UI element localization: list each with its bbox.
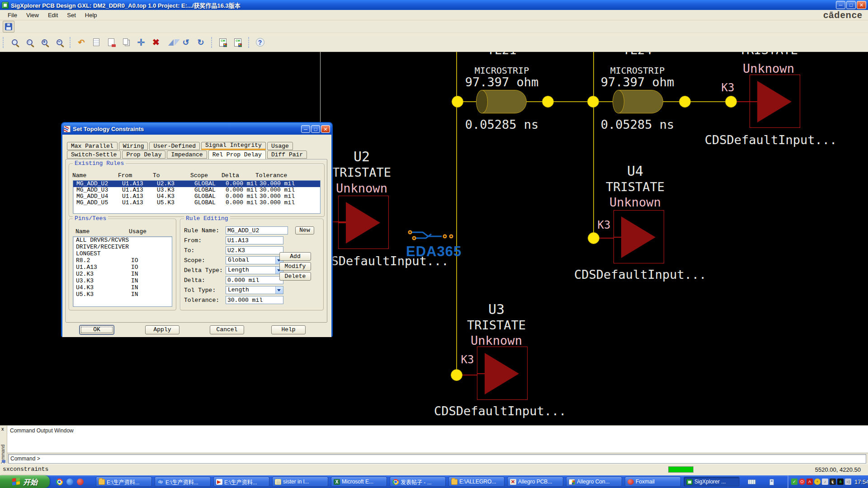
taskbar-item-allegro-con[interactable]: Allegro Con... (566, 477, 622, 487)
undo-button[interactable]: ↶ (75, 37, 87, 48)
dialog-close-button[interactable]: ✕ (321, 125, 330, 133)
minimize-button[interactable]: ─ (836, 1, 845, 9)
delete-button[interactable]: ✖ (150, 37, 162, 48)
pin-row[interactable]: DRIVER/RECEIVER (73, 244, 172, 250)
rule-row[interactable]: MG_ADD_U2 U1.A13 U2.K3 GLOBAL 0.000 mil … (73, 181, 320, 187)
new-button[interactable]: New (295, 226, 314, 235)
constraint-manager-button[interactable]: CM (217, 37, 229, 48)
tl2-microstrip-symbol[interactable] (613, 90, 663, 113)
command-output-pane[interactable]: Command Output Window (7, 426, 868, 453)
delta-type-select[interactable]: Length (226, 266, 283, 274)
pin-row[interactable]: U3.K3IN (73, 277, 172, 284)
maximize-button[interactable]: □ (846, 1, 856, 9)
u3-buffer-symbol[interactable] (477, 347, 528, 400)
tab-signal-integrity[interactable]: Signal Integrity (201, 142, 266, 150)
tolerance-input[interactable] (226, 296, 283, 304)
from-input[interactable] (226, 236, 283, 244)
pin-row[interactable]: U1.A13IO (73, 264, 172, 271)
zoom-out-button[interactable]: − (53, 37, 65, 48)
taskbar-item-explorer-2[interactable]: dpE:\生产资料... (155, 477, 211, 487)
pin-row[interactable]: U5.K3IN (73, 291, 172, 298)
rule-row[interactable]: MG_ADD_U5 U1.A13 U5.K3 GLOBAL 0.000 mil … (73, 200, 320, 206)
scope-select[interactable]: Global (226, 256, 283, 264)
cancel-button[interactable]: Cancel (210, 325, 244, 334)
messenger-icon[interactable] (66, 479, 73, 485)
net-node[interactable] (542, 96, 554, 108)
menu-help[interactable]: Help (81, 11, 101, 19)
pin-row[interactable]: ALL DRVRS/RCVRS (73, 237, 172, 244)
tab-user-defined[interactable]: User-Defined (149, 142, 200, 150)
tab-max-parallel[interactable]: Max Parallel (67, 142, 118, 150)
dialog-maximize-button[interactable]: □ (311, 125, 320, 133)
u4-pin-node[interactable] (588, 232, 599, 244)
u5-buffer-symbol[interactable] (750, 75, 800, 128)
modify-button[interactable]: Modify (279, 262, 311, 271)
delete-rule-button[interactable]: Delete (279, 272, 311, 281)
u4-buffer-symbol[interactable] (613, 210, 664, 263)
tray-browser-icon[interactable]: O (799, 479, 805, 485)
dialog-minimize-button[interactable]: ─ (301, 125, 310, 133)
net-node[interactable] (679, 96, 691, 108)
mirror-button[interactable] (165, 37, 177, 48)
tray-update-icon[interactable]: + (814, 479, 821, 485)
erase-sheet-button[interactable] (105, 37, 117, 48)
u2-buffer-symbol[interactable] (338, 196, 389, 249)
to-input[interactable] (226, 246, 283, 254)
rule-row[interactable]: MG_ADD_U4 U1.A13 U4.K3 GLOBAL 0.000 mil … (73, 193, 320, 200)
help-dialog-button[interactable]: Help (271, 325, 306, 334)
taskbar-item-sigxplorer[interactable]: SigXplorer ... (684, 477, 740, 487)
delta-input[interactable] (226, 276, 283, 284)
ok-button[interactable]: OK (80, 325, 114, 334)
taskbar-item-foxmail[interactable]: Foxmail (625, 477, 681, 487)
taskbar-item-excel[interactable]: XMicrosoft E... (331, 477, 387, 487)
tol-type-select[interactable]: Length (226, 286, 283, 294)
tab-usage[interactable]: Usage (267, 142, 293, 150)
tray-pdf-icon[interactable]: A (807, 479, 813, 485)
rotate-ccw-button[interactable]: ↺ (180, 37, 192, 48)
help-button[interactable]: ? (254, 37, 266, 48)
close-icon[interactable]: x (1, 427, 4, 432)
taskbar-item-explorer-1[interactable]: E:\生产资料... (96, 477, 152, 487)
tab-impedance[interactable]: Impedance (167, 150, 207, 159)
pin-row[interactable]: LONGEST (73, 250, 172, 257)
taskbar-item-allegro-pcb[interactable]: Allegro PCB... (507, 477, 563, 487)
add-button[interactable]: Add (279, 252, 311, 261)
tab-rel-prop-delay[interactable]: Rel Prop Delay (208, 150, 266, 159)
zoom-fit-button[interactable] (9, 37, 20, 48)
worksheet-button[interactable] (90, 37, 102, 48)
dock-grip-icon[interactable] (2, 460, 5, 463)
chrome-icon[interactable] (56, 479, 63, 485)
tab-prop-delay[interactable]: Prop Delay (122, 150, 165, 159)
pin-row[interactable]: U2.K3IN (73, 271, 172, 277)
menu-file[interactable]: File (4, 11, 21, 19)
pins-tees-list[interactable]: ALL DRVRS/RCVRS DRIVER/RECEIVER LONGEST … (73, 236, 172, 307)
tray-notes-icon[interactable]: ✓ (791, 479, 797, 485)
taskbar-clock[interactable]: 17:54 (854, 479, 868, 485)
net-node[interactable] (587, 96, 599, 108)
rule-row[interactable]: MG_ADD_U3 U1.A13 U3.K3 GLOBAL 0.000 mil … (73, 187, 320, 193)
existing-rules-list[interactable]: MG_ADD_U2 U1.A13 U2.K3 GLOBAL 0.000 mil … (73, 180, 321, 214)
net-node[interactable] (452, 96, 463, 108)
menu-set[interactable]: Set (63, 11, 80, 19)
tray-qq-icon[interactable]: 🐧 (830, 479, 836, 485)
taskbar-item-ftp[interactable]: E:\生产资料... (213, 477, 269, 487)
zoom-points-button[interactable]: ◦ (24, 37, 35, 48)
copy-button[interactable] (120, 37, 132, 48)
save-button[interactable] (3, 21, 14, 33)
taskbar-item-allegro-folder[interactable]: E:\ALLEGRO... (448, 477, 505, 487)
pin-row[interactable]: R8.2IO (73, 257, 172, 264)
command-input[interactable]: Command > (8, 454, 866, 464)
rule-name-input[interactable] (226, 226, 288, 235)
tray-razer-icon[interactable]: ⋔ (837, 479, 844, 485)
taskbar-item-notepad[interactable]: sister in l... (272, 477, 328, 487)
close-button[interactable]: ✕ (857, 1, 866, 9)
tray-volume-icon[interactable]: ◁ (845, 479, 851, 485)
constraint-update-button[interactable]: CM (232, 37, 244, 48)
browser-icon[interactable] (77, 479, 84, 485)
tab-wiring[interactable]: Wiring (119, 142, 148, 150)
usb-device-button[interactable] (764, 478, 779, 486)
menu-view[interactable]: View (22, 11, 43, 19)
menu-edit[interactable]: Edit (44, 11, 62, 19)
zoom-in-button[interactable]: + (38, 37, 50, 48)
start-button[interactable]: 开始 (0, 475, 50, 488)
